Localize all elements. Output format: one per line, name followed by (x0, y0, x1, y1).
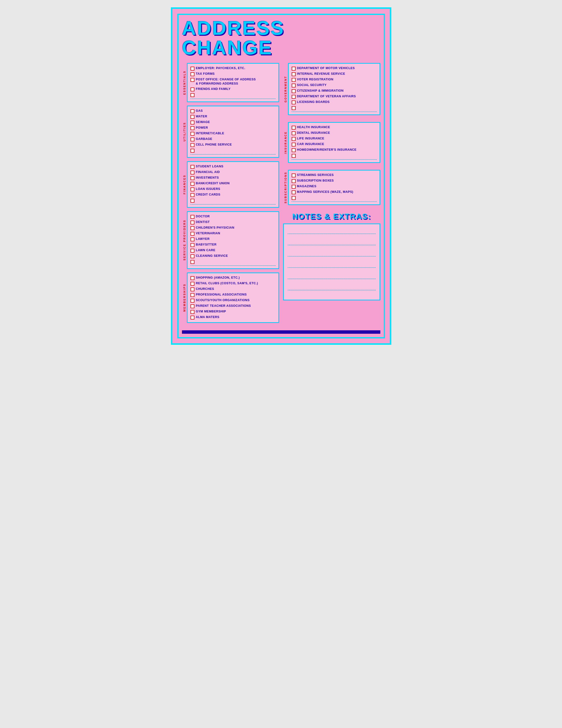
notes-line (288, 279, 376, 279)
notes-line (288, 234, 376, 234)
checkbox[interactable] (291, 106, 295, 110)
checkbox[interactable] (191, 126, 195, 130)
checkbox[interactable] (291, 131, 295, 135)
checkbox[interactable] (191, 165, 195, 169)
checkbox[interactable] (191, 215, 195, 219)
checkbox[interactable] (191, 149, 195, 153)
checkbox[interactable] (291, 89, 295, 93)
list-item-blank: _ (191, 148, 276, 153)
checkbox[interactable] (291, 78, 295, 82)
item-label: CHILDREN'S PHYSICIAN (196, 226, 234, 230)
item-label: _ (297, 153, 299, 158)
checkbox[interactable] (291, 185, 295, 189)
divider (291, 201, 377, 202)
list-item: INVESTMENTS (191, 176, 276, 180)
item-label: HEALTH INSURANCE (297, 125, 330, 129)
checkbox[interactable] (291, 154, 295, 158)
checkbox[interactable] (191, 193, 195, 197)
list-item: LOAN ISSUERS (191, 187, 276, 191)
service-providers-label: SERVICE PROVIDERS (182, 211, 187, 269)
government-label: GOVERNMENT (283, 63, 288, 115)
item-label: _ (196, 198, 198, 202)
item-label: MAPPING SERVICES (WAZE, MAPS) (297, 190, 353, 194)
checkbox[interactable] (291, 173, 295, 177)
checkbox[interactable] (191, 182, 195, 186)
item-label: VETERINARIAN (196, 231, 221, 235)
checkbox[interactable] (291, 143, 295, 147)
checkbox[interactable] (191, 304, 195, 308)
list-item: EMPLOYER: PAYCHECKS, ETC. (191, 66, 276, 71)
checkbox[interactable] (291, 190, 295, 194)
checkbox[interactable] (291, 67, 295, 71)
checkbox[interactable] (291, 179, 295, 183)
list-item: FRIENDS AND FAMILY (191, 87, 276, 91)
checkbox[interactable] (291, 148, 295, 152)
checkbox[interactable] (191, 176, 195, 180)
list-item: DEPARTMENT OF MOTOR VEHICLES (291, 66, 377, 71)
notes-box[interactable] (283, 223, 380, 300)
checkbox[interactable] (191, 87, 195, 91)
checkbox[interactable] (191, 293, 195, 297)
checkbox[interactable] (191, 143, 195, 147)
divider (191, 154, 276, 155)
checkbox[interactable] (191, 299, 195, 303)
checkbox[interactable] (191, 282, 195, 286)
checkbox[interactable] (191, 276, 195, 280)
checkbox[interactable] (191, 171, 195, 174)
checkbox[interactable] (291, 196, 295, 200)
item-label: GAS (196, 109, 203, 113)
checkbox[interactable] (291, 137, 295, 141)
item-label: INTERNET/CABLE (196, 131, 224, 136)
checkbox[interactable] (191, 132, 195, 136)
checkbox[interactable] (191, 72, 195, 76)
checkbox[interactable] (191, 316, 195, 320)
checkbox[interactable] (191, 121, 195, 124)
checkbox[interactable] (191, 287, 195, 291)
checkbox[interactable] (191, 187, 195, 191)
checkbox[interactable] (191, 93, 195, 97)
item-label: _ (196, 93, 198, 97)
government-inner: DEPARTMENT OF MOTOR VEHICLES INTERNAL RE… (288, 63, 380, 115)
list-item: LICENSING BOARDS (291, 100, 377, 104)
checkbox[interactable] (291, 84, 295, 87)
checkbox[interactable] (291, 100, 295, 104)
item-label: INTERNAL REVENUE SERVICE (297, 72, 345, 76)
checkbox[interactable] (191, 232, 195, 236)
checkbox[interactable] (291, 95, 295, 99)
item-label: DEPARTMENT OF VETERAN AFFAIRS (297, 94, 356, 99)
checkbox[interactable] (191, 237, 195, 241)
checkbox[interactable] (191, 226, 195, 230)
list-item: CHILDREN'S PHYSICIAN (191, 226, 276, 230)
list-item: GYM MEMBERSHIP (191, 309, 276, 314)
item-label: SHOPPING (AMAZON, ETC.) (196, 276, 240, 280)
utilities-label: UTILITIES (182, 106, 187, 158)
list-item-blank: _ (291, 106, 377, 110)
item-label: SEWAGE (196, 120, 210, 124)
list-item: INTERNET/CABLE (191, 131, 276, 136)
checkbox[interactable] (191, 115, 195, 119)
checkbox[interactable] (191, 137, 195, 141)
item-label: HOMEOWNER/RENTER'S INSURANCE (297, 148, 356, 152)
insurance-section: INSURANCE HEALTH INSURANCE DENTAL INSURA… (283, 122, 380, 163)
checkbox[interactable] (191, 249, 195, 253)
page: ADDRESS CHANGE ESSENTIALS EMPLOYER: PAYC… (171, 7, 391, 345)
checkbox[interactable] (191, 78, 195, 82)
checkbox[interactable] (191, 254, 195, 258)
checkbox[interactable] (291, 126, 295, 130)
checkbox[interactable] (191, 67, 195, 71)
checkbox[interactable] (191, 109, 195, 113)
checkbox[interactable] (191, 221, 195, 224)
list-item: SUBSCRIPTION BOXES (291, 179, 377, 183)
list-item: LAWYER (191, 237, 276, 241)
item-label: SUBSCRIPTION BOXES (297, 179, 334, 183)
item-label: _ (297, 196, 299, 200)
list-item: LIFE INSURANCE (291, 136, 377, 141)
service-providers-inner: DOCTOR DENTIST CHILDREN'S PHYSICIAN (187, 211, 279, 269)
checkbox[interactable] (191, 260, 195, 264)
checkbox[interactable] (191, 243, 195, 247)
checkbox[interactable] (291, 72, 295, 76)
checkbox[interactable] (191, 310, 195, 314)
checkbox[interactable] (191, 199, 195, 203)
list-item: VETERINARIAN (191, 231, 276, 236)
page-title: ADDRESS CHANGE (182, 18, 380, 58)
